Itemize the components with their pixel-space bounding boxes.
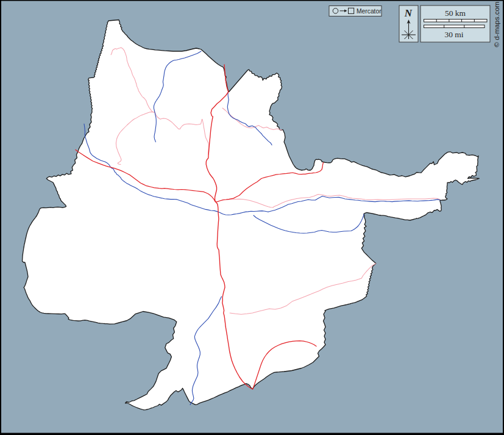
svg-text:30 mi: 30 mi: [444, 30, 463, 39]
svg-text:© d-maps.com: © d-maps.com: [493, 2, 500, 48]
svg-text:Mercator: Mercator: [357, 8, 382, 15]
svg-text:50 km: 50 km: [445, 9, 466, 18]
svg-text:N: N: [404, 7, 413, 19]
